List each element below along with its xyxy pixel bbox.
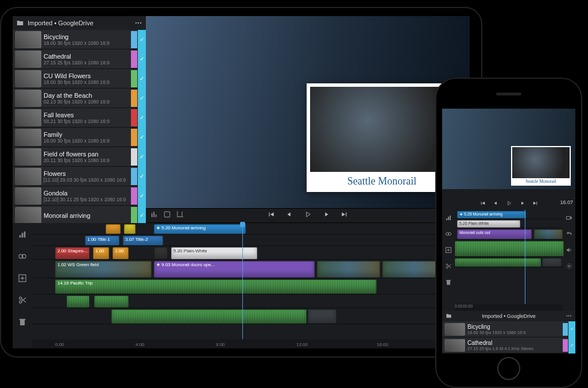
step-back-button[interactable] [285, 210, 293, 221]
timeline-audio-clip[interactable] [94, 295, 129, 308]
timeline-audio-clip[interactable]: 14.16 Pacific Trip [55, 279, 377, 294]
clip-selected-check[interactable]: ✓ [138, 49, 146, 69]
clip-color-tag[interactable] [131, 187, 137, 205]
play-button[interactable] [304, 210, 312, 221]
clip-color-tag[interactable] [131, 207, 137, 224]
clip-selected-check[interactable]: ✓ [138, 128, 146, 147]
effects-icon[interactable] [445, 229, 452, 240]
playhead[interactable] [525, 210, 525, 311]
clip-color-tag[interactable] [131, 109, 137, 126]
timeline-clip[interactable]: 5.20 Plain-White [457, 220, 520, 228]
preview-viewer[interactable]: Seattle Monorail [146, 16, 470, 208]
timeline-clip[interactable]: 1.02 WS Green field [55, 261, 152, 278]
timeline-ruler[interactable]: 0:004:008:0012:0016:0020:00 [32, 339, 470, 348]
crop-icon[interactable] [176, 210, 184, 221]
more-icon[interactable] [566, 311, 572, 321]
clip-color-tag[interactable] [131, 90, 137, 107]
histogram-icon[interactable] [150, 210, 158, 221]
clip-color-tag[interactable] [563, 339, 568, 352]
more-icon[interactable] [134, 19, 142, 27]
timeline-clip[interactable]: ★ 9.03 Monorail doors ope... [154, 261, 315, 278]
clip-selected-check[interactable]: ✓ [138, 186, 146, 206]
timeline-clip[interactable]: 3.07 Title-2 [123, 236, 163, 245]
timeline-audio-clip[interactable] [455, 258, 541, 267]
timeline-clip[interactable]: 2.00 Shapes-... [55, 247, 90, 259]
clip-row[interactable]: Cathedral27.15 25 fps 1920 x 1080 16:9✓ [13, 49, 146, 69]
clip-row[interactable]: Gondola[12.10] 30.11 25 fps 1920 x 1080 … [13, 186, 146, 206]
clip-selected-check[interactable]: ✓ [138, 147, 146, 167]
timeline-clip[interactable] [124, 224, 136, 234]
phone-preview[interactable]: Seattle Monorail [442, 109, 575, 189]
cut-button[interactable] [18, 295, 27, 307]
clip-color-tag[interactable] [131, 70, 137, 87]
play-button[interactable] [506, 198, 512, 209]
clip-row[interactable]: Bicycling18.00 30 fps 1920 x 1080 16:9✓ [442, 321, 575, 337]
timeline-clip[interactable] [317, 261, 380, 278]
timeline-audio-clip[interactable] [111, 309, 307, 324]
cut-button[interactable] [445, 262, 452, 272]
step-forward-button[interactable] [519, 198, 525, 209]
step-back-button[interactable] [493, 198, 499, 209]
clip-color-tag[interactable] [131, 129, 137, 146]
clip-selected-check[interactable]: ✓ [138, 167, 146, 186]
go-to-end-button[interactable] [532, 198, 539, 209]
timeline-transition[interactable] [542, 258, 562, 267]
timeline-clip[interactable]: ★ 5.20 Monorail arriving [154, 224, 246, 234]
clip-row[interactable]: Cathedral27.15 25 fps 1.6 M 4.1 KHz Ster… [442, 337, 575, 354]
clip-row[interactable]: Family18.00 30 fps 1920 x 1080 16:9✓ [13, 128, 146, 147]
clip-selected-check[interactable]: ✓ [568, 321, 575, 337]
clip-color-tag[interactable] [131, 168, 137, 185]
folder-icon[interactable] [446, 311, 452, 321]
step-forward-button[interactable] [322, 210, 330, 221]
folder-icon[interactable] [16, 19, 24, 27]
playhead[interactable] [242, 223, 243, 339]
clip-row[interactable]: Day at the Beach02.13 30 fps 1920 x 1080… [13, 89, 146, 108]
clip-selected-check[interactable]: ✓ [138, 89, 146, 108]
clip-selected-check[interactable]: ✓ [138, 30, 146, 49]
settings-icon[interactable] [566, 262, 572, 272]
volume-icon[interactable] [566, 245, 572, 256]
timeline-ruler[interactable]: 0:0020:00 [455, 304, 563, 311]
clip-row[interactable]: Monorail arriving✓ [13, 206, 146, 223]
timeline-audio-clip[interactable] [455, 241, 564, 256]
camera-icon[interactable] [566, 213, 572, 224]
clip-color-tag[interactable] [563, 323, 568, 336]
timeline-clip[interactable]: 1.00 [113, 247, 129, 259]
timeline-clip[interactable]: 1.00 Title-1 [85, 236, 119, 245]
timeline-transition[interactable] [308, 309, 336, 324]
timeline-clip[interactable] [106, 224, 121, 234]
levels-icon[interactable] [445, 213, 452, 224]
delete-button[interactable] [18, 317, 27, 329]
timeline[interactable]: ★ 5.20 Monorail arriving 1.00 Title-1 3.… [32, 223, 470, 348]
clip-selected-check[interactable]: ✓ [568, 337, 575, 354]
picture-in-picture[interactable]: Seattle Monorail [307, 83, 457, 192]
clip-row[interactable]: Field of flowers pan20.11 30 fps 1920 x … [13, 147, 146, 167]
delete-button[interactable] [445, 278, 452, 288]
levels-icon[interactable] [18, 230, 27, 241]
add-layer-button[interactable] [18, 274, 27, 285]
clip-selected-check[interactable]: ✓ [138, 69, 146, 89]
clip-color-tag[interactable] [131, 51, 137, 68]
clip-settings-icon[interactable] [163, 210, 171, 221]
clip-color-tag[interactable] [131, 31, 137, 48]
undo-icon[interactable] [566, 229, 572, 240]
go-to-start-button[interactable] [479, 198, 486, 209]
go-to-end-button[interactable] [341, 210, 349, 221]
timeline-clip[interactable] [154, 247, 168, 259]
timeline-clip[interactable]: 1.00 [93, 247, 109, 259]
effects-icon[interactable] [18, 252, 27, 263]
clip-selected-check[interactable]: ✓ [138, 206, 146, 224]
clip-row[interactable]: Bicycling18.00 30 fps 1920 x 1080 16:9✓ [13, 30, 146, 49]
clip-row[interactable]: Flowers[12.10] 29.03 30 fps 1920 x 1080 … [13, 167, 146, 186]
timeline-clip[interactable]: Monorail outs out [457, 229, 532, 239]
clip-row[interactable]: Fall leaves58.21 30 fps 1920 x 1080 16:9… [13, 108, 146, 128]
clip-selected-check[interactable]: ✓ [138, 108, 146, 128]
phone-pip[interactable]: Seattle Monorail [511, 146, 571, 186]
clip-color-tag[interactable] [131, 148, 137, 166]
timeline-audio-clip[interactable] [67, 295, 90, 308]
timeline-clip[interactable]: ★ 5.20 Monorail arriving [457, 211, 526, 218]
timeline-clip[interactable] [534, 229, 563, 239]
go-to-start-button[interactable] [267, 210, 275, 221]
clip-row[interactable]: CU Wild Flowers18.00 30 fps 1920 x 1080 … [13, 69, 146, 89]
timeline-clip[interactable]: 5.20 Plain-White [171, 247, 257, 259]
